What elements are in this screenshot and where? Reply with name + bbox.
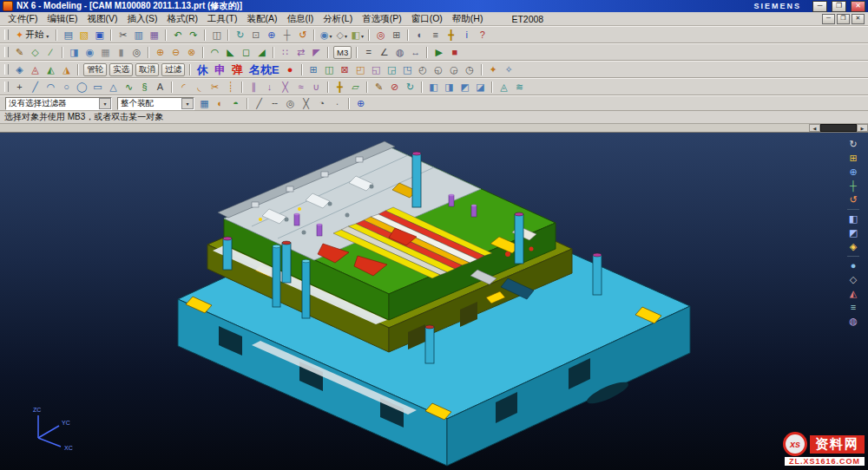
component-icon[interactable]: ◭ xyxy=(43,63,58,76)
maximize-button[interactable]: ❐ xyxy=(832,1,846,12)
custom-button-1[interactable]: 管轮 xyxy=(83,63,107,76)
snap-view-icon[interactable]: ◎ xyxy=(373,29,388,42)
ref-set-icon[interactable]: ◈ xyxy=(12,63,27,76)
analysis-icon[interactable]: ◬ xyxy=(496,81,511,94)
char-button-mingzhen[interactable]: 名枕E xyxy=(247,64,282,75)
helix-icon[interactable]: § xyxy=(137,81,152,94)
viewport-iso-icon[interactable]: ◈ xyxy=(845,240,861,253)
chamfer-curve-icon[interactable]: ◟ xyxy=(192,81,207,94)
polygon-icon[interactable]: △ xyxy=(106,81,121,94)
menu-edit[interactable]: 编辑(E) xyxy=(43,13,82,25)
print-icon[interactable]: ◫ xyxy=(209,29,224,42)
wireframe-view-icon[interactable]: ◇ xyxy=(334,29,349,42)
menu-view[interactable]: 视图(V) xyxy=(82,13,122,25)
electrode-tool-5-icon[interactable]: ◱ xyxy=(369,63,384,76)
rotate-view-icon[interactable]: ↺ xyxy=(295,29,310,42)
shaded-view-icon[interactable]: ◉ xyxy=(319,29,333,42)
menu-tools[interactable]: 工具(T) xyxy=(203,13,241,25)
datum-csys-icon[interactable]: ╋ xyxy=(332,81,347,94)
fillet-curve-icon[interactable]: ◜ xyxy=(176,81,191,94)
viewport-layers-icon[interactable]: ≡ xyxy=(845,301,861,314)
viewport-front-icon[interactable]: ◧ xyxy=(845,212,861,225)
play-icon[interactable]: ▶ xyxy=(431,46,446,59)
selection-scope-combo[interactable]: 整个装配 xyxy=(117,97,194,110)
snap-center-icon[interactable]: ◎ xyxy=(283,97,298,110)
viewport-wireframe-icon[interactable]: ◇ xyxy=(845,273,861,286)
viewport-zoom-icon[interactable]: ⊕ xyxy=(845,166,861,179)
scrollbar-track[interactable] xyxy=(0,124,809,132)
info-icon[interactable]: i xyxy=(459,29,474,42)
snap-end-icon[interactable]: ╱ xyxy=(252,97,266,110)
surface-1-icon[interactable]: ◧ xyxy=(426,81,441,94)
electrode-tool-1-icon[interactable]: ⊞ xyxy=(306,63,321,76)
replay-icon[interactable]: ↻ xyxy=(403,81,418,94)
arc-icon[interactable]: ◠ xyxy=(43,81,58,94)
offset-curve-icon[interactable]: ∥ xyxy=(247,81,261,94)
menu-help[interactable]: 帮助(H) xyxy=(448,13,488,25)
pattern-icon[interactable]: ∷ xyxy=(278,46,293,59)
snap-point-icon[interactable]: ∙ xyxy=(330,97,345,110)
scroll-right-icon[interactable] xyxy=(857,124,868,132)
menu-preferences[interactable]: 首选项(P) xyxy=(358,13,406,25)
mirror-icon[interactable]: ⇄ xyxy=(293,46,308,59)
orient-view-icon[interactable]: ◧ xyxy=(350,29,365,42)
save-icon[interactable]: ▣ xyxy=(92,29,107,42)
menu-information[interactable]: 信息(I) xyxy=(282,13,318,25)
load-options-icon[interactable]: ◬ xyxy=(28,63,43,76)
electrode-tool-11-icon[interactable]: ◷ xyxy=(463,63,477,76)
viewport-rotate-icon[interactable]: ↺ xyxy=(845,193,861,206)
extrude-icon[interactable]: ◨ xyxy=(67,46,82,59)
menu-insert[interactable]: 插入(S) xyxy=(122,13,161,25)
refresh-icon[interactable]: ↻ xyxy=(233,29,247,42)
show-hide-icon[interactable]: ◐ xyxy=(412,29,427,42)
graphics-viewport[interactable]: ↻⊞⊕┼↺◧◩◈●◇◭≡◍ XC YC ZC xs 资料网 ZL.XS1616.… xyxy=(0,133,868,470)
menu-et2008[interactable]: ET2008 xyxy=(507,14,548,24)
electrode-tool-12-icon[interactable]: ✦ xyxy=(486,63,501,76)
electrode-tool-13-icon[interactable]: ✧ xyxy=(502,63,516,76)
electrode-tool-9-icon[interactable]: ◵ xyxy=(431,63,446,76)
move-object-icon[interactable]: ↔ xyxy=(408,46,423,59)
open-icon[interactable]: ▧ xyxy=(76,29,91,42)
viewport-pan-icon[interactable]: ┼ xyxy=(845,180,861,193)
snap-quadrant-icon[interactable]: ◔ xyxy=(314,97,329,110)
shell-icon[interactable]: ◻ xyxy=(239,46,253,59)
redo-icon[interactable]: ↷ xyxy=(186,29,201,42)
plane-icon[interactable]: ▱ xyxy=(348,81,363,94)
toolbar-grip[interactable] xyxy=(4,64,9,75)
stop-icon[interactable]: ■ xyxy=(447,46,462,59)
type-filter-combo[interactable]: 没有选择过滤器 xyxy=(5,97,112,110)
project-curve-icon[interactable]: ↓ xyxy=(262,81,277,94)
spline-icon[interactable]: ∿ xyxy=(122,81,136,94)
electrode-tool-8-icon[interactable]: ◴ xyxy=(416,63,431,76)
electrode-tool-6-icon[interactable]: ◲ xyxy=(385,63,399,76)
window-cascade-icon[interactable]: ⊞ xyxy=(389,29,404,42)
char-button-tan[interactable]: 弹 xyxy=(229,64,246,75)
trim-body-icon[interactable]: ◤ xyxy=(309,46,324,59)
red-dot-icon[interactable]: ● xyxy=(283,63,298,76)
custom-button-2[interactable]: 实选 xyxy=(109,63,133,76)
rectangle-icon[interactable]: ▭ xyxy=(90,81,105,94)
custom-button-3[interactable]: 取消 xyxy=(135,63,159,76)
ellipse-icon[interactable]: ◯ xyxy=(75,81,89,94)
surface-4-icon[interactable]: ◪ xyxy=(473,81,488,94)
die-assembly-3d-model[interactable] xyxy=(0,133,868,470)
text-curve-icon[interactable]: A xyxy=(153,81,168,94)
intersect-curve-icon[interactable]: ╳ xyxy=(278,81,293,94)
magnify-icon[interactable]: ⊕ xyxy=(353,97,368,110)
electrode-tool-4-icon[interactable]: ◰ xyxy=(353,63,368,76)
hole-icon[interactable]: ◎ xyxy=(129,46,144,59)
new-icon[interactable]: ▤ xyxy=(61,29,76,42)
layer-settings-icon[interactable]: ≡ xyxy=(428,29,443,42)
datum-plane-icon[interactable]: ◇ xyxy=(28,46,43,59)
m3-selector[interactable]: M3 xyxy=(333,46,352,59)
snap-intersect-icon[interactable]: ╳ xyxy=(299,97,313,110)
fit-view-icon[interactable]: ⊡ xyxy=(248,29,263,42)
datum-axis-icon[interactable]: ∕ xyxy=(43,46,58,59)
viewport-shaded-icon[interactable]: ● xyxy=(845,259,861,272)
surface-2-icon[interactable]: ◨ xyxy=(442,81,457,94)
chevron-down-icon[interactable] xyxy=(99,98,111,109)
arrangement-icon[interactable]: ◮ xyxy=(59,63,74,76)
doc-close-button[interactable]: ✕ xyxy=(852,14,865,24)
surface-3-icon[interactable]: ◩ xyxy=(457,81,472,94)
point-icon[interactable]: + xyxy=(12,81,27,94)
